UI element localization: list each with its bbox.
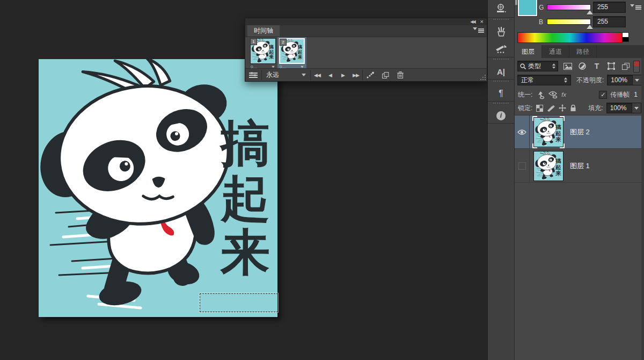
canvas-image bbox=[39, 59, 277, 317]
lock-label: 锁定: bbox=[518, 104, 532, 113]
blend-mode-select[interactable]: 正常 bbox=[517, 75, 571, 85]
blue-channel-label: B bbox=[539, 18, 543, 26]
tab-paths[interactable]: 路径 bbox=[569, 45, 597, 58]
layers-tabbar: 图层 通道 路径 bbox=[515, 45, 644, 58]
delete-frame-button[interactable] bbox=[393, 69, 408, 81]
frame-thumbnail[interactable]: 2 bbox=[279, 38, 305, 64]
fill-select[interactable]: 100% bbox=[606, 103, 641, 113]
panel-edge bbox=[641, 58, 644, 360]
black-swatch[interactable] bbox=[623, 37, 628, 41]
duplicate-frame-button[interactable] bbox=[378, 69, 393, 81]
brush-panel-icon[interactable] bbox=[488, 40, 514, 57]
unify-position-icon[interactable] bbox=[536, 91, 545, 99]
next-frame-button[interactable]: ▶▶ bbox=[349, 69, 362, 81]
filter-type-select[interactable]: 类型 bbox=[517, 61, 558, 71]
selection-corner bbox=[560, 143, 565, 148]
blue-slider-thumb[interactable] bbox=[587, 25, 593, 29]
convert-to-video-timeline-button[interactable] bbox=[245, 69, 261, 81]
lock-pixels-icon[interactable] bbox=[547, 105, 555, 112]
propagate-frame-number: 1 bbox=[634, 91, 638, 98]
layer-1-thumbnail[interactable] bbox=[533, 151, 564, 181]
ramp-end-swatches bbox=[622, 32, 629, 42]
info-panel-icon[interactable]: i bbox=[488, 107, 514, 124]
frame-delay-caret-icon bbox=[272, 66, 275, 68]
opacity-select[interactable]: 100% bbox=[607, 75, 642, 85]
first-frame-button[interactable]: ◀◀ bbox=[311, 69, 324, 81]
propagate-frame-label: 传播帧 bbox=[610, 90, 630, 99]
lock-all-icon[interactable] bbox=[570, 104, 576, 112]
filter-shape-layers-icon[interactable] bbox=[606, 61, 616, 71]
unify-visibility-icon[interactable] bbox=[548, 91, 558, 98]
blue-channel-row: B 255 bbox=[515, 17, 644, 27]
paragraph-panel-icon[interactable]: ¶ bbox=[488, 85, 514, 102]
layer-filtering-toggle[interactable] bbox=[633, 61, 640, 73]
clone-source-panel-icon[interactable] bbox=[488, 0, 514, 17]
animation-frame-2[interactable]: 2 0… bbox=[277, 37, 306, 70]
tween-button[interactable] bbox=[363, 69, 378, 81]
layers-panel-menu-icon[interactable] bbox=[630, 4, 641, 7]
green-channel-value[interactable]: 255 bbox=[593, 2, 626, 13]
character-panel-icon[interactable]: A| bbox=[488, 63, 514, 80]
green-slider-thumb[interactable] bbox=[587, 10, 593, 15]
layer-1-name[interactable]: 图层 1 bbox=[570, 161, 590, 171]
tab-timeline[interactable]: 时间轴 bbox=[247, 25, 280, 37]
dock-grip[interactable] bbox=[493, 19, 509, 23]
layer-row-1[interactable]: 图层 1 bbox=[515, 149, 644, 183]
close-panel-icon[interactable]: × bbox=[480, 19, 484, 25]
timeline-controls: 永远 ◀◀ ◀ ▶ ▶▶ bbox=[245, 68, 487, 81]
loop-count-select[interactable]: 永远 bbox=[262, 69, 310, 81]
color-spectrum-ramp[interactable] bbox=[517, 32, 623, 43]
fill-value: 100% bbox=[607, 103, 632, 113]
collapse-panel-icon[interactable]: ◀◀ bbox=[470, 19, 474, 24]
lock-transparency-icon[interactable] bbox=[536, 105, 543, 112]
previous-frame-button[interactable]: ◀ bbox=[324, 69, 336, 81]
selection-marquee bbox=[200, 293, 278, 312]
white-swatch[interactable] bbox=[623, 33, 628, 37]
color-panel: G 255 B 255 bbox=[515, 0, 644, 45]
tab-layers[interactable]: 图层 bbox=[515, 45, 542, 58]
blend-mode-row: 正常 不透明度: 100% bbox=[515, 74, 644, 86]
filter-smart-objects-icon[interactable] bbox=[621, 61, 631, 71]
animation-frame-1[interactable]: 1 0… bbox=[248, 37, 277, 70]
tab-channels[interactable]: 通道 bbox=[542, 45, 569, 58]
unify-label: 统一: bbox=[518, 90, 532, 99]
timeline-panel-menu-icon[interactable] bbox=[473, 27, 484, 30]
frame-delay-caret-icon bbox=[301, 66, 304, 68]
visibility-empty-well bbox=[518, 162, 526, 170]
blue-channel-slider[interactable] bbox=[547, 19, 591, 25]
filter-type-layers-icon[interactable]: T bbox=[592, 61, 602, 71]
play-button[interactable]: ▶ bbox=[336, 69, 349, 81]
frame-thumbnail[interactable]: 1 bbox=[250, 38, 276, 64]
filter-pixel-layers-icon[interactable] bbox=[563, 61, 573, 71]
brush-presets-panel-icon[interactable] bbox=[488, 23, 514, 40]
unify-style-icon[interactable]: fx bbox=[561, 91, 566, 98]
layer-1-visibility-toggle[interactable] bbox=[515, 149, 530, 182]
layer-2-visibility-toggle[interactable] bbox=[515, 116, 530, 148]
frame-number-badge: 1 bbox=[250, 38, 257, 45]
panel-resize-grip[interactable] bbox=[480, 75, 486, 80]
selection-corner bbox=[560, 116, 565, 121]
layers-panel: 类型 T 正常 bbox=[515, 58, 644, 360]
green-channel-slider[interactable] bbox=[547, 4, 591, 10]
fill-caret-icon bbox=[634, 107, 639, 110]
layer-row-2[interactable]: 图层 2 bbox=[515, 116, 644, 149]
layer-2-name[interactable]: 图层 2 bbox=[570, 127, 590, 137]
timeline-frames: 1 0… 2 0… bbox=[245, 37, 487, 70]
propagate-frame-checkbox[interactable]: ✓ bbox=[599, 91, 607, 99]
blue-channel-value[interactable]: 255 bbox=[593, 16, 626, 27]
green-channel-row: G 255 bbox=[515, 2, 644, 13]
document-canvas[interactable] bbox=[39, 59, 277, 317]
timeline-panel: ◀◀ × 时间轴 1 0… 2 bbox=[245, 18, 487, 82]
layer-2-thumbnail[interactable] bbox=[533, 117, 564, 147]
search-icon bbox=[520, 63, 526, 69]
filter-type-value: 类型 bbox=[528, 62, 541, 71]
dock-grip[interactable] bbox=[493, 81, 509, 85]
fill-label: 填充: bbox=[588, 104, 603, 113]
opacity-label: 不透明度: bbox=[576, 76, 604, 85]
lock-position-icon[interactable] bbox=[559, 104, 566, 112]
filter-adjustment-layers-icon[interactable] bbox=[577, 61, 587, 71]
dock-grip[interactable] bbox=[493, 103, 509, 107]
selection-corner bbox=[532, 116, 537, 121]
dock-grip[interactable] bbox=[493, 59, 509, 63]
timeline-titlebar: ◀◀ × bbox=[245, 18, 487, 25]
